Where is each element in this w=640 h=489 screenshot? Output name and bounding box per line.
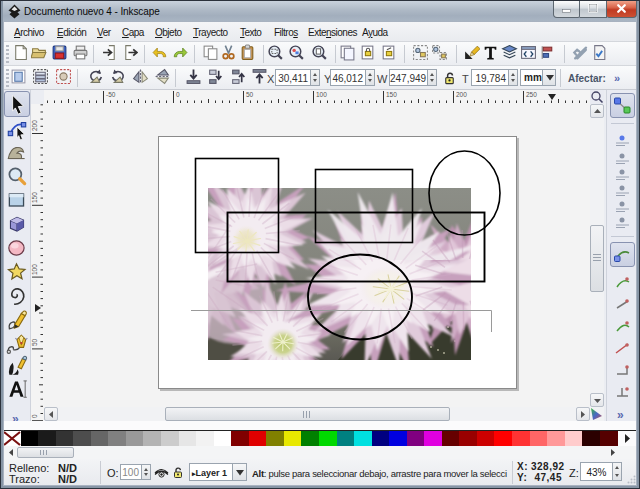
svg-text:200: 200 (456, 91, 467, 98)
svg-text:0: 0 (31, 414, 38, 418)
svg-text:150: 150 (31, 192, 38, 203)
svg-text:200: 200 (31, 120, 38, 131)
svg-text:50: 50 (246, 91, 254, 98)
svg-text:0: 0 (176, 91, 180, 98)
svg-text:100: 100 (316, 91, 327, 98)
svg-text:-50: -50 (106, 91, 116, 98)
svg-text:50: 50 (31, 338, 38, 346)
svg-text:100: 100 (31, 264, 38, 275)
svg-text:150: 150 (386, 91, 397, 98)
svg-text:250: 250 (526, 91, 537, 98)
